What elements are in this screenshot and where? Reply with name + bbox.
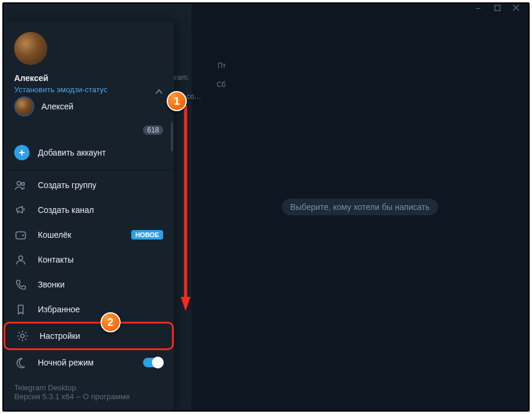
svg-point-4 [22,183,25,186]
close-icon [512,4,520,11]
chevron-up-icon [155,88,163,96]
empty-placeholder: Выберите, кому хотели бы написать [282,199,438,215]
gear-icon [16,329,29,342]
menu-saved[interactable]: Избранное [4,297,174,322]
account-row[interactable]: Алексей [4,96,174,121]
chat-list-visible-strip: Сб вым со… Пт gram: [171,21,239,102]
plus-icon: + [14,145,30,160]
svg-point-7 [19,256,23,260]
svg-rect-0 [495,5,500,11]
menu-wallet[interactable]: Кошелёк НОВОЕ [4,222,174,247]
chat-row-time: Пт [218,62,226,70]
profile-block: Алексей Установить эмодзи-статус [4,21,174,96]
svg-point-6 [22,235,24,237]
about-link[interactable]: О программе [83,392,130,401]
annotation-marker-2: 2 [100,312,121,332]
unread-badge: 618 [143,125,163,135]
maximize-icon [494,5,501,11]
add-account-label: Добавить аккаунт [38,148,106,157]
minimize-button[interactable]: – [474,4,482,12]
app-window: – Сб вым со… Пт gram: Выберите, кому хот… [2,2,530,412]
contacts-icon [14,253,27,266]
minimize-icon: – [476,3,481,12]
account-row-secondary[interactable]: 618 [4,121,174,139]
annotation-arrow [181,103,189,304]
menu-settings[interactable]: Настройки [4,322,174,350]
menu-label: Контакты [38,255,163,264]
maximize-button[interactable] [493,4,501,12]
add-account-row[interactable]: + Добавить аккаунт [4,139,174,170]
message-area: Выберите, кому хотели бы написать [192,4,528,410]
menu-label: Создать канал [38,205,163,215]
avatar[interactable] [14,32,47,65]
app-name: Telegram Desktop [14,383,163,392]
bookmark-icon [14,303,27,316]
menu-new-channel[interactable]: Создать канал [4,198,174,222]
night-mode-toggle[interactable] [143,358,163,367]
profile-name: Алексей [14,73,163,83]
svg-point-8 [21,334,24,338]
menu-calls[interactable]: Звонки [4,272,174,297]
svg-point-3 [17,182,21,185]
menu-night-mode[interactable]: Ночной режим [4,350,174,375]
menu-list: Создать группу Создать канал Кошелёк НОВ… [4,170,174,375]
moon-icon [14,356,27,369]
set-emoji-status-link[interactable]: Установить эмодзи-статус [14,85,163,94]
annotation-marker-1: 1 [167,91,187,111]
account-name: Алексей [41,102,73,111]
menu-contacts[interactable]: Контакты [4,247,174,272]
menu-label: Звонки [38,280,163,289]
menu-label: Кошелёк [38,230,121,240]
svg-rect-5 [16,232,25,239]
new-badge: НОВОЕ [131,230,163,240]
phone-icon [14,278,27,291]
close-button[interactable] [512,4,520,12]
svg-marker-10 [181,297,190,311]
drawer-footer: Telegram Desktop Версия 5.3.1 x64–О прог… [4,377,174,410]
titlebar: – [4,4,528,18]
app-version: Версия 5.3.1 x64 [14,392,74,401]
menu-new-group[interactable]: Создать группу [4,173,174,198]
group-icon [14,179,27,192]
menu-label: Ночной режим [38,358,132,367]
account-avatar [14,96,34,117]
menu-label: Настройки [40,331,161,341]
megaphone-icon [14,203,27,216]
wallet-icon [14,228,27,241]
main-menu-drawer: Алексей Установить эмодзи-статус Алексей… [4,21,174,410]
menu-label: Избранное [38,305,163,314]
menu-label: Создать группу [38,180,163,190]
